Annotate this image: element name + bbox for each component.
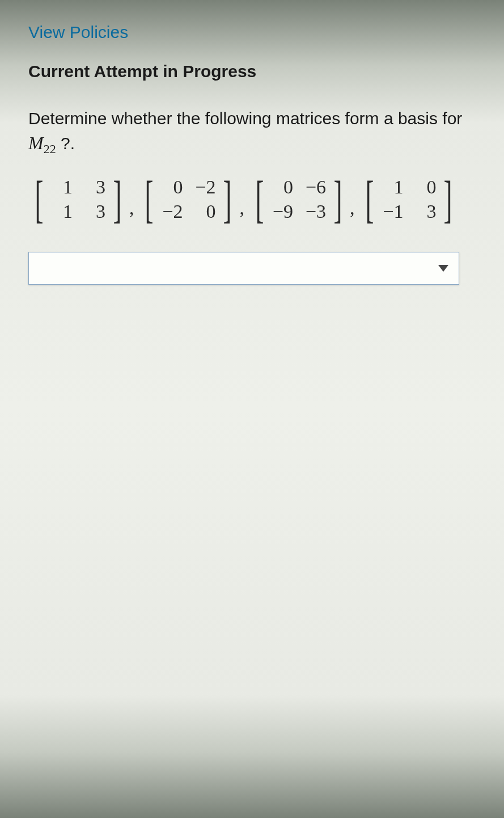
matrix-3: [ 0−6 −9−3 ] [251, 175, 346, 224]
m2-a22: 0 [194, 200, 215, 224]
bracket-icon: ] [113, 180, 121, 219]
bracket-icon: ] [223, 180, 232, 219]
space-symbol: M22 [28, 133, 56, 153]
view-policies-link[interactable]: View Policies [28, 23, 476, 42]
m3-a22: −3 [304, 200, 326, 224]
m1-a12: 3 [84, 175, 105, 200]
bracket-icon: [ [366, 180, 374, 219]
bracket-icon: [ [35, 180, 43, 219]
m2-a12: −2 [194, 175, 215, 200]
m4-a12: 0 [414, 175, 436, 200]
m1-a22: 3 [84, 200, 105, 224]
m4-a22: 3 [414, 200, 436, 224]
attempt-status: Current Attempt in Progress [28, 62, 476, 81]
bracket-icon: [ [145, 180, 154, 219]
bracket-icon: ] [444, 180, 452, 219]
separator: , [129, 197, 134, 224]
m4-a21: −1 [382, 200, 403, 224]
m2-a11: 0 [161, 175, 183, 200]
m3-a12: −6 [304, 175, 326, 200]
m4-a11: 1 [382, 175, 403, 200]
m2-a21: −2 [161, 200, 183, 224]
separator: , [350, 197, 355, 224]
bracket-icon: [ [255, 180, 264, 219]
matrix-4: [ 10 −13 ] [361, 175, 456, 224]
matrix-set: [ 13 13 ] , [ 0−2 −20 ] , [ 0−6 −9−3 ] ,… [28, 175, 476, 224]
question-text: Determine whether the following matrices… [28, 107, 476, 158]
m1-a21: 1 [51, 200, 73, 224]
question-suffix: ?. [56, 134, 75, 153]
m3-a11: 0 [272, 175, 293, 200]
bracket-icon: ] [333, 180, 342, 219]
chevron-down-icon [438, 265, 448, 272]
separator: , [239, 197, 244, 224]
question-prefix: Determine whether the following matrices… [28, 109, 462, 128]
m1-a11: 1 [51, 175, 73, 200]
matrix-2: [ 0−2 −20 ] [141, 175, 236, 224]
matrix-1: [ 13 13 ] [31, 175, 126, 224]
m3-a21: −9 [272, 200, 293, 224]
answer-select[interactable] [28, 252, 459, 285]
